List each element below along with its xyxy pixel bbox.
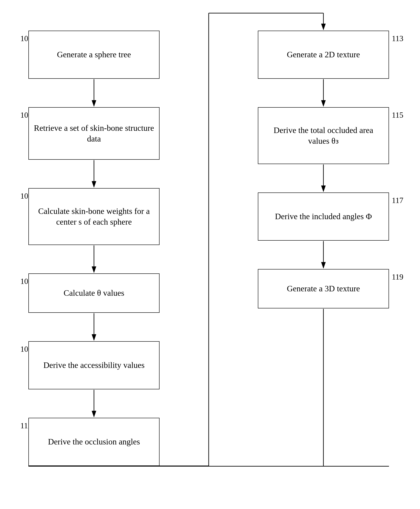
diagram-container: 101 Generate a sphere tree 103 Retrieve … bbox=[0, 0, 420, 509]
box-derive-accessibility: Derive the accessibility values bbox=[28, 341, 159, 389]
box-generate-sphere-tree: Generate a sphere tree bbox=[28, 31, 159, 79]
label-113: 113 bbox=[392, 34, 403, 43]
box-calculate-theta: Calculate θ values bbox=[28, 273, 159, 313]
box-derive-total-occluded: Derive the total occluded area values θ₃ bbox=[258, 107, 389, 164]
label-115: 115 bbox=[392, 110, 403, 120]
box-generate-3d-texture: Generate a 3D texture bbox=[258, 269, 389, 308]
label-119: 119 bbox=[392, 272, 403, 282]
box-generate-2d-texture: Generate a 2D texture bbox=[258, 31, 389, 79]
box-calculate-skin-bone-weights: Calculate skin-bone weights for a center… bbox=[28, 188, 159, 245]
box-retrieve-skin-bone: Retrieve a set of skin-bone structure da… bbox=[28, 107, 159, 160]
bottom-connector-line bbox=[28, 466, 389, 467]
label-117: 117 bbox=[392, 196, 403, 205]
box-derive-occlusion-angles: Derive the occlusion angles bbox=[28, 418, 159, 466]
box-derive-included-angles: Derive the included angles Φ bbox=[258, 193, 389, 241]
